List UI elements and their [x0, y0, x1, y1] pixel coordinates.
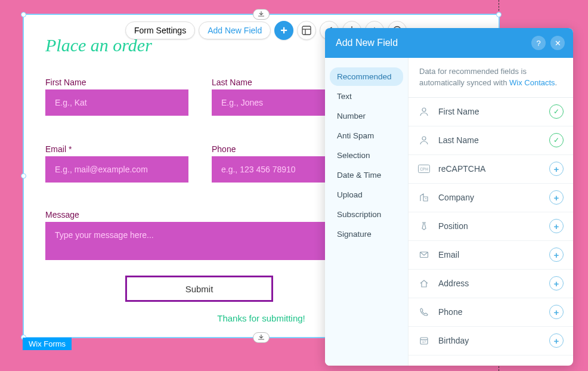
field-option-label: Address	[438, 279, 541, 288]
field-option-email[interactable]: Email+	[408, 241, 573, 270]
add-field-button[interactable]: +	[549, 248, 564, 262]
field-option-label: Position	[438, 221, 541, 231]
home-icon	[418, 279, 430, 288]
field-option-label: Birthday	[438, 336, 541, 345]
user-icon	[418, 107, 430, 116]
resize-handle[interactable]	[21, 12, 26, 17]
first-name-input[interactable]: E.g., Kat	[45, 89, 188, 116]
tie-icon	[418, 221, 430, 231]
category-sidebar: RecommendedTextNumberAnti SpamSelectionD…	[325, 58, 408, 366]
info-text-post: .	[555, 78, 558, 87]
add-field-button[interactable]: +	[549, 162, 564, 176]
calendar-icon: 17	[418, 336, 430, 345]
category-signature[interactable]: Signature	[330, 225, 403, 243]
category-upload[interactable]: Upload	[330, 186, 403, 204]
category-recommended[interactable]: Recommended	[330, 67, 403, 86]
wix-contacts-link[interactable]: Wix Contacts	[509, 78, 555, 87]
svg-text:CPH: CPH	[420, 167, 428, 171]
recommended-info: Data for recommended fields is automatic…	[408, 58, 573, 98]
download-icon	[258, 11, 265, 17]
field-option-last-name[interactable]: Last Name✓	[408, 126, 573, 155]
panel-header: Add New Field ? ✕	[325, 28, 573, 58]
field-option-label: Last Name	[438, 135, 541, 145]
add-field-button[interactable]: +	[549, 276, 564, 290]
stretch-handle-top[interactable]	[253, 9, 270, 20]
add-field-panel: Add New Field ? ✕ RecommendedTextNumberA…	[325, 28, 573, 366]
cph-icon: CPH	[418, 165, 430, 173]
field-option-recaptcha[interactable]: CPHreCAPTCHA+	[408, 155, 573, 184]
phone-icon	[418, 307, 430, 317]
panel-close-button[interactable]: ✕	[550, 36, 565, 50]
add-field-button[interactable]: +	[549, 219, 564, 233]
resize-handle[interactable]	[21, 174, 26, 179]
email-label: Email *	[45, 144, 72, 154]
add-icon-button[interactable]: +	[274, 21, 293, 40]
svg-rect-0	[302, 26, 311, 35]
field-option-birthday[interactable]: 17Birthday+	[408, 327, 573, 355]
category-date-time[interactable]: Date & Time	[330, 166, 403, 184]
message-input[interactable]: Type your message here...	[45, 222, 355, 260]
svg-point-7	[422, 137, 426, 140]
phone-label: Phone	[212, 144, 236, 154]
panel-help-button[interactable]: ?	[531, 36, 546, 50]
field-option-company[interactable]: Company+	[408, 184, 573, 212]
svg-text:17: 17	[422, 340, 426, 344]
layout-icon	[302, 26, 311, 35]
field-option-label: reCAPTCHA	[438, 164, 541, 174]
check-icon: ✓	[549, 104, 564, 119]
field-option-label: Email	[438, 250, 541, 259]
category-anti-spam[interactable]: Anti Spam	[330, 126, 403, 145]
add-new-field-button[interactable]: Add New Field	[199, 21, 271, 39]
resize-handle[interactable]	[496, 12, 502, 17]
add-field-button[interactable]: +	[549, 190, 564, 205]
category-selection[interactable]: Selection	[330, 146, 403, 165]
layout-button[interactable]	[297, 21, 316, 40]
plus-icon: +	[280, 24, 287, 38]
field-option-label: Company	[438, 193, 541, 202]
svg-point-6	[422, 108, 426, 112]
panel-title: Add New Field	[336, 38, 398, 48]
user-icon	[418, 135, 430, 145]
field-option-label: First Name	[438, 107, 541, 116]
category-subscription[interactable]: Subscription	[330, 205, 403, 224]
field-option-address[interactable]: Address+	[408, 270, 573, 298]
category-text[interactable]: Text	[330, 87, 403, 106]
form-type-tag[interactable]: Wix Forms	[23, 338, 72, 350]
add-field-button[interactable]: +	[549, 305, 564, 319]
last-name-label: Last Name	[212, 78, 252, 87]
field-option-label: Phone	[438, 307, 541, 317]
stretch-handle-bottom[interactable]	[253, 332, 270, 343]
add-field-button[interactable]: +	[549, 333, 564, 348]
building-icon	[418, 193, 430, 202]
field-option-phone[interactable]: Phone+	[408, 298, 573, 327]
message-label: Message	[45, 210, 79, 219]
first-name-label: First Name	[45, 78, 86, 87]
mail-icon	[418, 250, 430, 259]
download-icon	[258, 335, 265, 341]
email-input[interactable]: E.g., mail@example.com	[45, 156, 188, 183]
check-icon: ✓	[549, 133, 564, 147]
form-settings-button[interactable]: Form Settings	[125, 21, 195, 39]
category-number[interactable]: Number	[330, 107, 403, 125]
field-option-first-name[interactable]: First Name✓	[408, 98, 573, 126]
submit-button[interactable]: Submit	[125, 276, 273, 302]
field-option-position[interactable]: Position+	[408, 212, 573, 241]
field-list: Data for recommended fields is automatic…	[408, 58, 573, 366]
